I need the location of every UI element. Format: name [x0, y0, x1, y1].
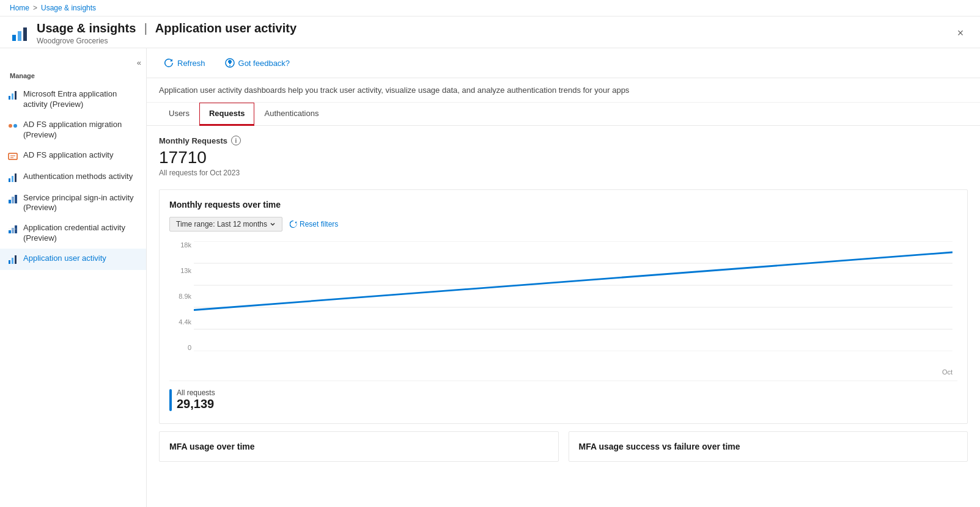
time-range-chip[interactable]: Time range: Last 12 months	[169, 217, 282, 232]
sidebar-item-label: Microsoft Entra application activity (Pr…	[23, 89, 139, 110]
svg-rect-4	[12, 93, 13, 100]
y-axis-label: 18k	[169, 241, 191, 249]
svg-rect-10	[12, 176, 13, 182]
y-axis-label: 13k	[169, 267, 191, 274]
chart-legend: All requests 29,139	[169, 381, 957, 414]
content-area: Refresh Got feedback? Application user a…	[147, 48, 980, 507]
stats-sub: All requests for Oct 2023	[159, 169, 968, 177]
sidebar-item-app-credential[interactable]: Application credential activity (Preview…	[0, 218, 146, 249]
sidebar-item-adfs-activity[interactable]: AD FS application activity	[0, 145, 146, 167]
svg-rect-17	[15, 225, 17, 233]
reset-filters-button[interactable]: Reset filters	[290, 220, 338, 228]
reset-icon	[290, 221, 297, 228]
svg-rect-9	[9, 178, 10, 182]
page-header: Usage & insights | Application user acti…	[0, 16, 980, 48]
svg-rect-11	[15, 173, 17, 182]
svg-rect-23	[229, 65, 230, 67]
tabs-bar: UsersRequestsAuthentications	[147, 103, 980, 126]
sidebar-collapse-button[interactable]: «	[0, 56, 146, 70]
sidebar-item-service-principal[interactable]: Service principal sign-in activity (Prev…	[0, 188, 146, 219]
feedback-icon	[225, 58, 235, 68]
svg-rect-14	[15, 195, 17, 203]
legend-label: All requests	[177, 388, 215, 397]
card-title: MFA usage success vs failure over time	[579, 442, 958, 451]
sidebar-item-adfs-migration[interactable]: AD FS application migration (Preview)	[0, 115, 146, 145]
svg-rect-16	[12, 228, 14, 233]
breadcrumb-home[interactable]: Home	[10, 4, 29, 12]
user-activity-icon	[7, 254, 18, 265]
main-title: Usage & insights | Application user acti…	[37, 21, 297, 35]
svg-point-7	[13, 124, 17, 128]
migration-icon	[7, 120, 18, 131]
description-text: Application user activity dashboards hel…	[147, 78, 980, 103]
header-icon	[10, 24, 29, 43]
breadcrumb-current: Usage & insights	[41, 4, 96, 12]
y-axis-label: 8.9k	[169, 293, 191, 300]
breadcrumb: Home > Usage & insights	[0, 0, 980, 16]
refresh-icon	[164, 58, 174, 68]
svg-rect-21	[15, 255, 17, 264]
card-title: MFA usage over time	[169, 442, 548, 451]
sidebar-item-ms-entra[interactable]: Microsoft Entra application activity (Pr…	[0, 84, 146, 115]
svg-rect-2	[23, 27, 27, 41]
adfs-icon	[7, 151, 18, 162]
breadcrumb-separator: >	[33, 4, 37, 12]
svg-rect-0	[12, 35, 16, 41]
info-icon[interactable]: i	[231, 136, 241, 145]
svg-rect-3	[9, 96, 10, 100]
chart-area: 18k13k8.9k4.4k0	[169, 241, 957, 363]
auth-icon	[7, 172, 18, 183]
header-subtitle: Woodgrove Groceries	[37, 37, 297, 45]
sidebar-item-auth-methods[interactable]: Authentication methods activity	[0, 167, 146, 188]
sidebar: « Manage Microsoft Entra application act…	[0, 48, 147, 507]
chevron-down-icon	[270, 221, 276, 227]
svg-rect-12	[9, 200, 11, 203]
x-axis-labels: Oct	[169, 368, 957, 376]
sidebar-item-label: Application credential activity (Preview…	[23, 223, 139, 244]
y-axis-label: 4.4k	[169, 318, 191, 326]
sidebar-item-label: Application user activity	[23, 254, 139, 264]
svg-rect-15	[9, 230, 11, 233]
app-activity-icon	[7, 90, 18, 101]
stats-number: 17710	[159, 148, 968, 167]
card-mfa-over-time: MFA usage over time	[159, 431, 559, 462]
feedback-button[interactable]: Got feedback?	[220, 56, 295, 70]
svg-rect-8	[9, 153, 17, 159]
chart-title: Monthly requests over time	[169, 200, 957, 210]
chart-filters: Time range: Last 12 months Reset filters	[169, 217, 957, 232]
legend-value: 29,139	[177, 397, 215, 411]
svg-rect-13	[12, 197, 14, 203]
svg-rect-19	[9, 260, 10, 264]
stats-section: Monthly Requests i 17710 All requests fo…	[147, 126, 980, 182]
svg-point-6	[9, 124, 12, 128]
y-axis-label: 0	[169, 344, 191, 351]
legend-bar	[169, 389, 172, 411]
bottom-sections: MFA usage over timeMFA usage success vs …	[159, 431, 968, 462]
stats-label: Monthly Requests i	[159, 136, 968, 145]
svg-rect-5	[15, 91, 17, 100]
sidebar-item-label: Service principal sign-in activity (Prev…	[23, 193, 139, 214]
sidebar-item-label: AD FS application migration (Preview)	[23, 120, 139, 140]
sidebar-item-label: AD FS application activity	[23, 150, 139, 161]
tab-requests[interactable]: Requests	[199, 103, 255, 126]
svg-rect-20	[12, 258, 13, 264]
close-button[interactable]: ×	[951, 24, 970, 43]
chart-inner	[194, 241, 952, 351]
toolbar: Refresh Got feedback?	[147, 48, 980, 78]
line-chart-svg	[194, 241, 952, 351]
y-axis-labels: 18k13k8.9k4.4k0	[169, 241, 191, 351]
refresh-button[interactable]: Refresh	[159, 56, 210, 70]
svg-rect-1	[18, 31, 21, 41]
tab-authentications[interactable]: Authentications	[254, 103, 328, 126]
card-mfa-success-failure: MFA usage success vs failure over time	[569, 431, 968, 462]
principal-icon	[7, 194, 18, 205]
tab-users[interactable]: Users	[159, 103, 199, 126]
chart-section: Monthly requests over time Time range: L…	[159, 189, 968, 424]
credential-icon	[7, 224, 18, 235]
sidebar-item-app-user-activity[interactable]: Application user activity	[0, 249, 146, 270]
sidebar-manage-label: Manage	[0, 70, 146, 84]
sidebar-item-label: Authentication methods activity	[23, 172, 139, 182]
